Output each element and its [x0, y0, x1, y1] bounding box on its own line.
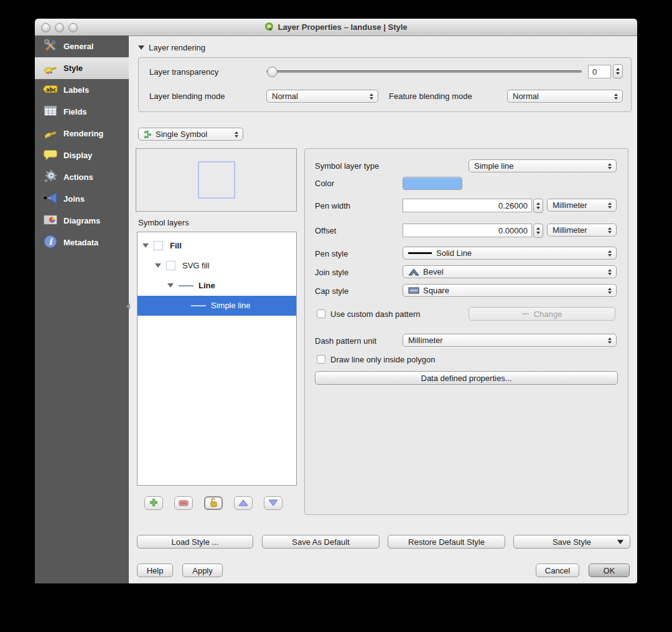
speech-bubble-icon — [42, 146, 58, 164]
lock-color-button[interactable] — [204, 496, 223, 510]
cap-style-label: Cap style — [315, 286, 348, 296]
feature-blending-mode-value: Normal — [513, 92, 612, 101]
popup-arrows-icon — [612, 93, 620, 100]
help-label: Help — [147, 566, 164, 575]
expander-icon[interactable] — [167, 283, 174, 288]
single-symbol-icon — [144, 130, 152, 139]
sidebar-item-labels[interactable]: abc Labels — [35, 79, 129, 101]
offset-unit-value: Millimeter — [553, 225, 606, 235]
draw-inside-polygon-checkbox[interactable] — [317, 355, 325, 364]
transparency-stepper[interactable] — [613, 64, 623, 78]
layer-blending-mode-value: Normal — [272, 92, 368, 101]
expander-icon[interactable] — [155, 263, 161, 268]
symbol-layer-type-value: Simple line — [474, 161, 606, 171]
sidebar-item-display[interactable]: Display — [35, 144, 129, 166]
paintbrush-icon — [42, 59, 58, 77]
pen-style-select[interactable]: Solid Line — [403, 247, 617, 260]
load-style-label: Load Style ... — [172, 537, 219, 547]
restore-default-style-button[interactable]: Restore Default Style — [388, 535, 505, 549]
color-label: Color — [315, 179, 334, 188]
sidebar-splitter-handle[interactable] — [126, 303, 130, 309]
cancel-button[interactable]: Cancel — [536, 564, 579, 577]
pen-width-unit-value: Millimeter — [553, 200, 606, 210]
pen-width-value: 0.26000 — [498, 201, 528, 210]
layer-properties-window: Layer Properties – landuse | Style Gener… — [35, 19, 637, 583]
add-symbol-layer-button[interactable] — [144, 496, 163, 510]
cap-style-value: Square — [423, 286, 606, 295]
expander-icon[interactable] — [142, 243, 149, 248]
layer-rendering-section-header[interactable]: Layer rendering — [138, 43, 205, 52]
join-style-select[interactable]: Bevel — [403, 265, 617, 278]
sidebar-item-metadata[interactable]: i Metadata — [35, 232, 129, 253]
layer-blending-mode-select[interactable]: Normal — [266, 90, 378, 103]
renderer-type-value: Single Symbol — [156, 130, 233, 139]
tree-row-label: Line — [198, 281, 215, 290]
sidebar-item-general[interactable]: General — [35, 35, 129, 57]
offset-input[interactable]: 0.00000 — [403, 224, 532, 237]
tree-row-svg-fill[interactable]: SVG fill — [138, 256, 296, 276]
symbol-layer-type-select[interactable]: Simple line — [469, 159, 617, 172]
help-button[interactable]: Help — [137, 564, 173, 577]
sidebar-item-diagrams[interactable]: Diagrams — [35, 210, 129, 232]
popup-arrows-icon — [368, 93, 375, 100]
dash-pattern-icon — [522, 313, 529, 314]
window-title: Layer Properties – landuse | Style — [278, 22, 407, 32]
square-cap-icon — [408, 287, 419, 294]
remove-symbol-layer-button[interactable] — [174, 496, 193, 510]
sidebar-item-fields[interactable]: Fields — [35, 101, 129, 123]
offset-stepper[interactable] — [533, 224, 543, 238]
use-custom-dash-checkbox[interactable] — [317, 309, 325, 318]
svg-fill-preview-checkbox — [166, 261, 175, 270]
change-dash-button[interactable]: Change — [469, 307, 615, 321]
layer-rendering-groupbox — [138, 57, 632, 112]
load-style-button[interactable]: Load Style ... — [137, 535, 253, 549]
color-swatch-button[interactable] — [403, 177, 462, 190]
screenshot-stage: Layer Properties – landuse | Style Gener… — [0, 0, 672, 632]
pen-width-unit-select[interactable]: Millimeter — [547, 199, 617, 212]
cap-style-select[interactable]: Square — [403, 284, 617, 297]
tree-row-label: Simple line — [211, 301, 251, 310]
sidebar-item-label: Metadata — [63, 238, 98, 247]
sidebar-item-joins[interactable]: Joins — [35, 188, 129, 210]
transparency-value-field[interactable]: 0 — [588, 65, 611, 78]
tree-row-label: SVG fill — [182, 261, 209, 270]
step-down-icon — [616, 72, 620, 75]
move-layer-up-button[interactable] — [234, 496, 253, 510]
brush-icon — [42, 125, 58, 143]
fill-preview-checkbox — [154, 241, 163, 250]
save-as-default-button[interactable]: Save As Default — [262, 535, 380, 549]
svg-text:abc: abc — [46, 87, 56, 93]
dash-pattern-unit-select[interactable]: Millimeter — [403, 334, 617, 347]
sidebar-item-actions[interactable]: Actions — [35, 166, 129, 188]
feature-blending-mode-select[interactable]: Normal — [507, 90, 623, 103]
sidebar-item-rendering[interactable]: Rendering — [35, 123, 129, 144]
dash-pattern-unit-label: Dash pattern unit — [315, 336, 376, 346]
tree-row-simple-line[interactable]: Simple line — [138, 296, 296, 316]
change-dash-label: Change — [534, 309, 562, 319]
cancel-label: Cancel — [545, 566, 570, 575]
transparency-slider-track[interactable] — [266, 70, 582, 73]
tree-row-fill[interactable]: Fill — [138, 236, 296, 256]
transparency-value: 0 — [592, 67, 597, 77]
tree-row-line[interactable]: Line — [138, 276, 296, 296]
renderer-type-select[interactable]: Single Symbol — [138, 128, 243, 141]
pen-width-input[interactable]: 0.26000 — [403, 199, 532, 212]
data-defined-properties-button[interactable]: Data defined properties... — [315, 371, 618, 385]
save-style-label: Save Style — [553, 537, 591, 547]
pen-width-stepper[interactable] — [533, 199, 543, 213]
offset-unit-select[interactable]: Millimeter — [547, 224, 617, 237]
step-down-icon — [536, 207, 540, 209]
sidebar-item-label: Style — [63, 64, 83, 73]
tools-icon — [42, 37, 58, 55]
qgis-logo-icon — [264, 22, 274, 33]
ok-button[interactable]: OK — [589, 564, 630, 577]
step-up-icon — [536, 202, 540, 205]
transparency-slider-knob[interactable] — [267, 67, 278, 77]
move-layer-down-button[interactable] — [264, 496, 282, 510]
apply-button[interactable]: Apply — [182, 564, 223, 577]
save-style-menu-button[interactable]: Save Style — [513, 535, 630, 549]
sidebar-item-style[interactable]: Style — [35, 57, 129, 79]
symbol-layer-type-label: Symbol layer type — [315, 161, 379, 171]
open-lock-icon — [209, 498, 218, 509]
sidebar-item-label: Labels — [63, 85, 89, 95]
